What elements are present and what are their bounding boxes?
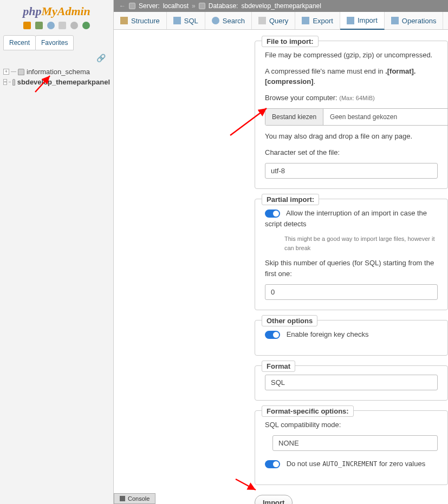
operations-icon (391, 17, 399, 24)
file-chosen-label: Geen bestand gekozen (323, 109, 404, 125)
tab-favorites[interactable]: Favorites (35, 35, 74, 50)
main-panel: ← Server: localhost » Database: sbdevelo… (114, 0, 448, 504)
skip-input[interactable] (265, 284, 438, 300)
allow-interrupt-label: Allow the interruption of an import in c… (265, 209, 427, 228)
legend-other: Other options (262, 315, 317, 326)
charset-label: Character set of the file: (265, 147, 438, 158)
tab-recent[interactable]: Recent (3, 35, 36, 50)
help-icon[interactable] (47, 22, 55, 29)
reload-icon[interactable] (82, 22, 90, 29)
settings-icon[interactable] (70, 22, 78, 29)
topnav: Structure SQL Search Query Export Import… (114, 12, 448, 30)
collapse-icon[interactable]: − (3, 79, 7, 85)
nav-sql[interactable]: SQL (167, 12, 205, 29)
charset-select[interactable]: utf-8 (265, 163, 438, 179)
crumb-sep: » (192, 2, 196, 10)
content: File to import: File may be compressed (… (114, 30, 448, 504)
file-compress-note: File may be compressed (gzip, zip) or un… (265, 50, 438, 61)
search-icon (212, 17, 219, 24)
nav-import[interactable]: Import (340, 12, 385, 30)
nav-more[interactable] (443, 12, 448, 29)
fieldset-partial-import: Partial import: Allow the interruption o… (255, 199, 448, 310)
collapse-sidebar-icon[interactable]: ← (119, 2, 126, 10)
crumb-db[interactable]: sbdevelop_themeparkpanel (241, 2, 321, 10)
fieldset-other: Other options Enable foreign key checks (255, 320, 448, 356)
sidebar: phpMyAdmin Recent Favorites 🔗 + informat… (0, 0, 114, 504)
file-input[interactable]: Bestand kiezen Geen bestand gekozen (265, 108, 448, 126)
choose-file-button[interactable]: Bestand kiezen (265, 109, 323, 125)
crumb-db-label: Database: (209, 2, 238, 10)
allow-interrupt-hint: This might be a good way to import large… (284, 234, 438, 252)
expand-icon[interactable]: + (3, 69, 9, 75)
link-icon[interactable]: 🔗 (0, 50, 113, 66)
server-icon (129, 3, 135, 9)
fk-toggle[interactable] (265, 331, 280, 339)
autoinc-toggle[interactable] (265, 460, 280, 468)
breadcrumb: ← Server: localhost » Database: sbdevelo… (114, 0, 448, 12)
fk-label: Enable foreign key checks (287, 330, 369, 338)
docs-icon[interactable] (59, 22, 66, 29)
exit-icon[interactable] (35, 22, 43, 29)
browse-label: Browse your computer: (Max: 64MiB) (265, 93, 438, 103)
db-label: information_schema (27, 68, 90, 76)
db-item-sbdevelop[interactable]: − sbdevelop_themeparkpanel (3, 77, 110, 87)
compat-select[interactable]: NONE (272, 435, 438, 451)
legend-format: Format (262, 361, 295, 372)
console-icon (120, 496, 125, 501)
skip-label: Skip this number of queries (for SQL) st… (265, 258, 438, 279)
crumb-server[interactable]: localhost (163, 2, 189, 10)
legend-specific: Format-specific options: (262, 405, 354, 417)
allow-interrupt-toggle[interactable] (265, 210, 280, 218)
fk-row: Enable foreign key checks (265, 329, 438, 340)
sql-icon (173, 17, 181, 24)
nav-query[interactable]: Query (252, 12, 295, 29)
format-select[interactable]: SQL (265, 375, 438, 390)
structure-icon (120, 17, 128, 24)
db-label: sbdevelop_themeparkpanel (17, 78, 110, 86)
db-item-information-schema[interactable]: + information_schema (3, 67, 110, 77)
database-icon (12, 79, 15, 86)
compat-label: SQL compatibility mode: (265, 420, 438, 430)
fieldset-specific: Format-specific options: SQL compatibili… (255, 410, 448, 485)
console-tab[interactable]: Console (114, 493, 155, 504)
import-button[interactable]: Import (255, 495, 293, 505)
dragdrop-note: You may also drag and drop a file on any… (265, 131, 438, 142)
sidebar-tabs: Recent Favorites (0, 35, 113, 50)
nav-structure[interactable]: Structure (114, 12, 167, 29)
sidebar-toolbar (0, 19, 113, 35)
query-icon (258, 17, 266, 24)
fieldset-file-import: File to import: File may be compressed (… (255, 41, 448, 189)
home-icon[interactable] (23, 22, 31, 29)
nav-export[interactable]: Export (295, 12, 340, 29)
database-icon (18, 69, 24, 75)
allow-interrupt-row: Allow the interruption of an import in c… (265, 208, 438, 229)
db-tree: + information_schema − sbdevelop_themepa… (0, 66, 113, 88)
fieldset-format: Format SQL (255, 365, 448, 401)
legend-partial: Partial import: (262, 194, 319, 205)
legend-file-import: File to import: (262, 36, 319, 47)
database-icon (199, 3, 205, 9)
export-icon (302, 17, 309, 24)
logo[interactable]: phpMyAdmin (0, 0, 113, 19)
console-label: Console (128, 495, 150, 502)
import-icon (347, 17, 354, 24)
nav-operations[interactable]: Operations (385, 12, 444, 29)
crumb-server-label: Server: (139, 2, 160, 10)
autoinc-row: Do not use AUTO_INCREMENT for zero value… (265, 459, 438, 469)
file-name-note: A compressed file's name must end in .[f… (265, 66, 438, 87)
nav-search[interactable]: Search (205, 12, 252, 29)
